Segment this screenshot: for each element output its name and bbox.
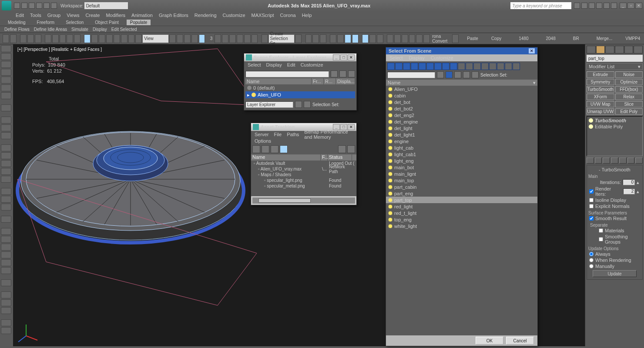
se-menu-edit[interactable]: Edit bbox=[287, 62, 295, 67]
sfs-filter-btn[interactable] bbox=[395, 63, 402, 70]
lt-btn[interactable] bbox=[1, 144, 11, 151]
tab-motion[interactable] bbox=[615, 46, 624, 54]
stack-btn[interactable] bbox=[587, 157, 594, 164]
menu-maxscript[interactable]: MAXScript bbox=[252, 13, 274, 18]
menu-views[interactable]: Views bbox=[67, 13, 79, 18]
lt-btn[interactable] bbox=[1, 279, 11, 286]
sfs-filter-btn[interactable] bbox=[419, 63, 426, 70]
ic-btn[interactable] bbox=[581, 3, 587, 9]
lt-btn[interactable] bbox=[1, 53, 11, 60]
sfs-menu-select[interactable]: Select bbox=[389, 55, 403, 60]
explicit-checkbox[interactable] bbox=[589, 204, 594, 208]
scene-object-item[interactable]: light_eng bbox=[386, 157, 537, 164]
tab-hierarchy[interactable] bbox=[605, 46, 614, 54]
copy-label[interactable]: Copy bbox=[491, 36, 501, 41]
qa-btn[interactable] bbox=[44, 3, 50, 9]
ribbon-tab-selection[interactable]: Selection bbox=[62, 20, 87, 25]
lt-btn[interactable] bbox=[1, 124, 11, 131]
asset-row[interactable]: ▫ Alien_UFO_vray.max\...Network Path bbox=[251, 166, 356, 172]
col-status[interactable]: Status bbox=[328, 154, 352, 161]
sub-defineflows[interactable]: Define Flows bbox=[4, 27, 30, 32]
modifier-button[interactable]: Optimize bbox=[615, 79, 643, 85]
sfs-filter-btn[interactable] bbox=[387, 63, 395, 70]
lt-btn[interactable] bbox=[1, 267, 11, 274]
modifier-button[interactable]: Extrude bbox=[587, 71, 614, 78]
snapangle-button[interactable] bbox=[215, 34, 221, 43]
lt-btn[interactable] bbox=[1, 216, 11, 223]
ok-button[interactable]: OK bbox=[476, 337, 503, 345]
se-menu-select[interactable]: Select bbox=[248, 62, 261, 67]
at-menu-server[interactable]: Server bbox=[255, 132, 268, 137]
spinnersnap-button[interactable] bbox=[229, 34, 236, 43]
sfs-tool-btn[interactable] bbox=[458, 63, 465, 70]
update-always-radio[interactable] bbox=[589, 252, 594, 256]
tb-btn[interactable] bbox=[177, 34, 183, 43]
sub-simulate[interactable]: Simulate bbox=[71, 27, 88, 32]
se-filter-input[interactable] bbox=[245, 71, 329, 77]
lt-btn[interactable] bbox=[1, 291, 11, 298]
stack-item[interactable]: Editable Poly bbox=[588, 124, 641, 130]
corona-convert-label[interactable]: rona Convert bbox=[432, 34, 450, 44]
tb-btn[interactable] bbox=[295, 34, 302, 43]
render-iters-spinner[interactable]: 2 bbox=[623, 188, 635, 194]
maximize-button[interactable]: ▫ bbox=[627, 3, 634, 9]
bind-button[interactable] bbox=[35, 34, 41, 43]
scene-object-item[interactable]: engine bbox=[386, 138, 537, 144]
mirror-button[interactable] bbox=[305, 34, 312, 43]
isoline-checkbox[interactable] bbox=[589, 198, 594, 202]
scene-object-item[interactable]: main_top bbox=[386, 177, 537, 184]
menu-customize[interactable]: Customize bbox=[223, 13, 245, 18]
sfs-tool-btn[interactable] bbox=[481, 63, 489, 70]
menu-group[interactable]: Group bbox=[47, 13, 61, 18]
lt-btn[interactable] bbox=[1, 307, 11, 314]
menu-tools[interactable]: Tools bbox=[30, 13, 41, 18]
sfs-tool-icon[interactable] bbox=[446, 71, 453, 78]
stack-btn[interactable] bbox=[619, 157, 627, 164]
tb-btn[interactable] bbox=[237, 34, 243, 43]
at-menu-file[interactable]: File bbox=[274, 132, 282, 137]
stack-btn[interactable] bbox=[603, 157, 610, 164]
menu-corona[interactable]: Corona bbox=[280, 13, 296, 18]
scene-object-item[interactable]: main_lignt bbox=[386, 171, 537, 177]
sfs-filter-input[interactable] bbox=[387, 72, 435, 78]
tb-btn[interactable] bbox=[402, 34, 408, 43]
sub-display[interactable]: Display bbox=[93, 27, 107, 32]
at-btn[interactable] bbox=[262, 145, 269, 153]
lt-btn[interactable] bbox=[1, 132, 11, 139]
sfs-tool-icon[interactable] bbox=[463, 71, 470, 78]
curve-editor-button[interactable] bbox=[337, 34, 344, 43]
lt-btn[interactable] bbox=[1, 299, 11, 306]
tab-display[interactable] bbox=[624, 46, 634, 54]
modifier-stack[interactable]: TurboSmoothEditable Poly bbox=[587, 116, 643, 156]
menu-modifiers[interactable]: Modifiers bbox=[106, 13, 125, 18]
sfs-tool-icon[interactable] bbox=[454, 71, 461, 78]
modifier-button[interactable]: Relax bbox=[615, 94, 643, 100]
lt-btn[interactable] bbox=[1, 319, 11, 326]
select-button[interactable] bbox=[52, 34, 59, 43]
ribbon-tab-freeform[interactable]: Freeform bbox=[34, 20, 58, 25]
tb-btn[interactable] bbox=[330, 34, 336, 43]
tb-btn[interactable] bbox=[409, 34, 416, 43]
se-menu-customize[interactable]: Customize bbox=[301, 62, 323, 67]
menu-grapheditors[interactable]: Graph Editors bbox=[159, 13, 188, 18]
modifier-button[interactable]: Slice bbox=[615, 101, 643, 107]
tb-btn[interactable] bbox=[191, 34, 198, 43]
stack-btn[interactable] bbox=[627, 157, 635, 164]
sfs-clear-icon[interactable] bbox=[437, 71, 444, 78]
col-name[interactable]: Name bbox=[245, 78, 312, 84]
merge-label[interactable]: Merge... bbox=[597, 36, 613, 41]
lt-btn[interactable] bbox=[1, 244, 11, 251]
tb-btn[interactable] bbox=[387, 34, 393, 43]
at-menu-options[interactable]: Options bbox=[255, 138, 271, 144]
sfs-tool-icon[interactable] bbox=[472, 71, 479, 78]
at-btn[interactable] bbox=[280, 145, 288, 153]
sub-editselected[interactable]: Edit Selected bbox=[111, 27, 137, 32]
sfs-filter-btn[interactable] bbox=[434, 63, 442, 70]
maximize-icon[interactable]: □ bbox=[340, 54, 347, 60]
modifier-button[interactable]: UVW Map bbox=[587, 101, 614, 107]
tab-create[interactable] bbox=[587, 46, 596, 54]
se-filter-clear-icon[interactable] bbox=[331, 70, 338, 77]
ic-btn[interactable] bbox=[596, 3, 602, 9]
scene-object-item[interactable]: white_light bbox=[386, 223, 537, 229]
menu-rendering[interactable]: Rendering bbox=[195, 13, 217, 18]
